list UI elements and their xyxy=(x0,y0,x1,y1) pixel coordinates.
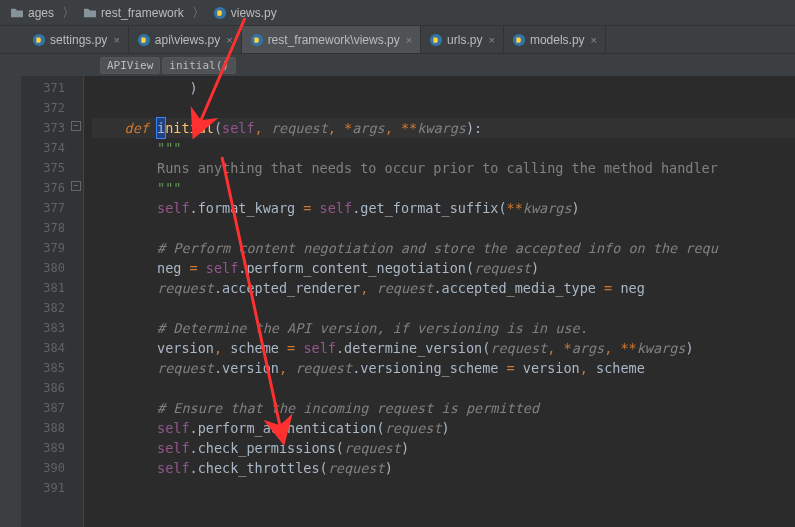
code-line[interactable] xyxy=(92,218,795,238)
file-tab[interactable]: models.py× xyxy=(504,26,606,53)
close-icon[interactable]: × xyxy=(488,34,494,46)
line-number: 383 xyxy=(22,318,83,338)
line-number: 376− xyxy=(22,178,83,198)
code-line[interactable] xyxy=(92,478,795,498)
context-bar: APIViewinitial() xyxy=(0,54,795,76)
file-tab[interactable]: settings.py× xyxy=(24,26,129,53)
code-line[interactable]: version, scheme = self.determine_version… xyxy=(92,338,795,358)
close-icon[interactable]: × xyxy=(406,34,412,46)
breadcrumb-label: ages xyxy=(28,6,54,20)
breadcrumb-separator: 〉 xyxy=(192,4,205,22)
context-method[interactable]: initial() xyxy=(162,57,236,74)
line-number: 389 xyxy=(22,438,83,458)
close-icon[interactable]: × xyxy=(113,34,119,46)
code-line[interactable]: self.check_throttles(request) xyxy=(92,458,795,478)
line-number: 372 xyxy=(22,98,83,118)
tab-label: rest_framework\views.py xyxy=(268,33,400,47)
tab-label: models.py xyxy=(530,33,585,47)
file-tab[interactable]: api\views.py× xyxy=(129,26,242,53)
code-line[interactable]: # Determine the API version, if versioni… xyxy=(92,318,795,338)
line-number: 381 xyxy=(22,278,83,298)
breadcrumb-item[interactable]: rest_framework xyxy=(77,4,190,22)
line-number: 390 xyxy=(22,458,83,478)
gutter: 371372373−374375376−37737837938038138238… xyxy=(22,76,84,527)
code-line[interactable]: # Perform content negotiation and store … xyxy=(92,238,795,258)
line-number: 375 xyxy=(22,158,83,178)
line-number: 379 xyxy=(22,238,83,258)
code-line[interactable]: def initial(self, request, *args, **kwar… xyxy=(92,118,795,138)
tab-label: urls.py xyxy=(447,33,482,47)
code-line[interactable]: request.accepted_renderer, request.accep… xyxy=(92,278,795,298)
line-number: 378 xyxy=(22,218,83,238)
code-area[interactable]: ) def initial(self, request, *args, **kw… xyxy=(84,76,795,527)
code-line[interactable]: request.version, request.versioning_sche… xyxy=(92,358,795,378)
caret: i xyxy=(157,118,165,138)
tab-label: settings.py xyxy=(50,33,107,47)
tab-label: api\views.py xyxy=(155,33,220,47)
line-number: 377 xyxy=(22,198,83,218)
line-number: 388 xyxy=(22,418,83,438)
code-line[interactable]: ) xyxy=(92,78,795,98)
code-line[interactable]: neg = self.perform_content_negotiation(r… xyxy=(92,258,795,278)
tool-strip[interactable] xyxy=(0,76,22,527)
code-line[interactable] xyxy=(92,298,795,318)
line-number: 373− xyxy=(22,118,83,138)
breadcrumb-label: views.py xyxy=(231,6,277,20)
close-icon[interactable]: × xyxy=(226,34,232,46)
code-line[interactable]: self.check_permissions(request) xyxy=(92,438,795,458)
breadcrumb: ages〉rest_framework〉views.py xyxy=(0,0,795,26)
fold-icon[interactable]: − xyxy=(71,121,81,131)
breadcrumb-separator: 〉 xyxy=(62,4,75,22)
close-icon[interactable]: × xyxy=(591,34,597,46)
line-number: 386 xyxy=(22,378,83,398)
line-number: 374 xyxy=(22,138,83,158)
line-number: 371 xyxy=(22,78,83,98)
file-tab[interactable]: urls.py× xyxy=(421,26,504,53)
breadcrumb-item[interactable]: views.py xyxy=(207,4,283,22)
line-number: 385 xyxy=(22,358,83,378)
code-line[interactable]: # Ensure that the incoming request is pe… xyxy=(92,398,795,418)
code-line[interactable]: Runs anything that needs to occur prior … xyxy=(92,158,795,178)
code-line[interactable]: self.perform_authentication(request) xyxy=(92,418,795,438)
breadcrumb-label: rest_framework xyxy=(101,6,184,20)
code-line[interactable]: """ xyxy=(92,138,795,158)
code-line[interactable] xyxy=(92,378,795,398)
code-line[interactable] xyxy=(92,98,795,118)
line-number: 384 xyxy=(22,338,83,358)
line-number: 387 xyxy=(22,398,83,418)
line-number: 391 xyxy=(22,478,83,498)
line-number: 380 xyxy=(22,258,83,278)
tab-bar: settings.py×api\views.py×rest_framework\… xyxy=(0,26,795,54)
breadcrumb-item[interactable]: ages xyxy=(4,4,60,22)
code-line[interactable]: self.format_kwarg = self.get_format_suff… xyxy=(92,198,795,218)
file-tab[interactable]: rest_framework\views.py× xyxy=(242,26,421,53)
context-class[interactable]: APIView xyxy=(100,57,160,74)
editor[interactable]: 371372373−374375376−37737837938038138238… xyxy=(0,76,795,527)
fold-icon[interactable]: − xyxy=(71,181,81,191)
code-line[interactable]: """ xyxy=(92,178,795,198)
line-number: 382 xyxy=(22,298,83,318)
